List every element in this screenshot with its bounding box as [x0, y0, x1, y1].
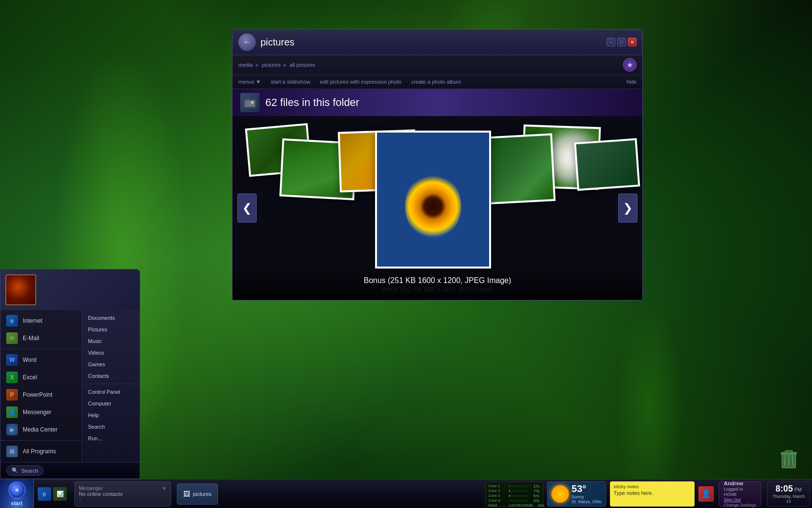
email-icon: ✉	[6, 332, 18, 344]
allprograms-icon: ⊞	[6, 446, 18, 457]
core2-pct: 7%	[530, 489, 540, 493]
core1-bar	[509, 485, 528, 487]
gallery-prev-button[interactable]: ❮	[237, 194, 257, 223]
clock-date: Thursday, March	[772, 494, 805, 499]
menu-right-contacts[interactable]: Contacts	[82, 370, 140, 382]
menu-right-computer[interactable]: Computer	[82, 398, 140, 409]
excel-icon: X	[6, 372, 18, 383]
weather-temp: 53°	[572, 483, 602, 494]
clock-day: 13	[786, 499, 791, 504]
ie-quicklaunch-icon[interactable]: e	[38, 487, 51, 501]
toolbar-album[interactable]: create a photo album	[411, 77, 461, 87]
recycle-bin-svg	[777, 447, 800, 470]
menu-right-documents[interactable]: Documents	[82, 312, 140, 324]
user-panel: 👤 Andrew Logged in HOME Sign Out Change …	[698, 479, 764, 508]
messenger-scroll[interactable]: ↓	[79, 497, 167, 502]
clock-ampm: PM	[795, 487, 802, 493]
start-button[interactable]: start	[0, 479, 34, 508]
start-menu-right: Documents Pictures Music Videos Games Co…	[82, 310, 140, 462]
start-menu-body: e Internet ✉ E-Mail W Word X	[0, 310, 140, 462]
messenger-status: No online contacts	[79, 491, 167, 497]
breadcrumb-sep1: ►	[255, 62, 260, 68]
caption-text: Bonus (251 KB 1600 x 1200, JPEG Image)	[261, 276, 613, 285]
weather-widget: 53° Sunny St. Marys, Ohio	[547, 481, 606, 507]
menu-item-allprograms[interactable]: ⊞ All Programs	[0, 443, 82, 460]
photo-frame-main[interactable]	[375, 131, 491, 269]
search-box[interactable]: 🔍 Search	[6, 465, 44, 476]
menu-right-games[interactable]: Games	[82, 359, 140, 370]
menu-divider-right-1	[82, 384, 140, 384]
recycle-bin-icon[interactable]	[775, 445, 802, 472]
breadcrumb-pictures[interactable]: pictures	[262, 62, 281, 68]
menu-right-search[interactable]: Search	[82, 421, 140, 433]
menu-item-powerpoint[interactable]: P PowerPoint	[0, 386, 82, 403]
menu-right-pictures[interactable]: Pictures	[82, 324, 140, 335]
weather-info: 53° Sunny St. Marys, Ohio	[572, 483, 602, 504]
menu-item-messenger[interactable]: 👤 Messenger	[0, 403, 82, 421]
sign-out-link[interactable]: Sign Out	[724, 497, 756, 502]
messenger-icon: 👤	[6, 406, 18, 418]
breadcrumb-all-pictures[interactable]: all pictures	[290, 62, 315, 68]
menu-item-word[interactable]: W Word	[0, 351, 82, 369]
photo-frame-7[interactable]	[574, 138, 640, 191]
taskbar-messenger-panel: Messenger ▼ No online contacts ↓	[74, 481, 171, 507]
info-icon	[240, 93, 260, 112]
weather-condition: Sunny	[572, 494, 602, 499]
app2-quicklaunch-icon[interactable]: 📊	[53, 487, 67, 501]
svg-rect-8	[15, 490, 17, 492]
core3-fill	[509, 495, 510, 497]
internet-icon: e	[6, 315, 18, 327]
menu-item-mediacenter[interactable]: ▶ Media Center	[0, 421, 82, 438]
core1-label: Core 1	[489, 484, 507, 488]
core3-pct: 5%	[530, 493, 540, 498]
sticky-notes-content[interactable]: Type notes here.	[614, 490, 691, 496]
toolbar-menus[interactable]: menus ▼	[238, 77, 261, 87]
menu-right-controlpanel[interactable]: Control Panel	[82, 386, 140, 398]
menu-item-excel[interactable]: X Excel	[0, 369, 82, 386]
core4-pct: 0%	[530, 498, 540, 503]
window-close-button[interactable]: ✕	[628, 38, 637, 46]
system-monitor: Core 1 1% Core 2 7% Core 3 5%	[485, 481, 543, 507]
messenger-expand[interactable]: ▼	[162, 486, 167, 491]
start-menu: e Internet ✉ E-Mail W Word X	[0, 269, 140, 479]
menu-right-run[interactable]: Run...	[82, 433, 140, 444]
toolbar-slideshow[interactable]: start a slideshow	[271, 77, 310, 87]
toolbar-edit[interactable]: edit pictures with expression photo	[320, 77, 402, 87]
window-toolbar: menus ▼ start a slideshow edit pictures …	[232, 75, 642, 89]
window-maximize-button[interactable]: □	[617, 38, 626, 46]
menu-item-internet[interactable]: e Internet	[0, 312, 82, 329]
star-button[interactable]: ★	[623, 58, 637, 72]
breadcrumb-media[interactable]: media	[238, 62, 253, 68]
menu-right-help[interactable]: Help	[82, 409, 140, 421]
ram-pct: 0%	[535, 503, 544, 508]
core2-fill	[509, 490, 510, 492]
window-minimize-button[interactable]: –	[607, 38, 615, 46]
sticky-notes-widget[interactable]: sticky notes Type notes here.	[610, 481, 695, 507]
core2-row: Core 2 7%	[489, 489, 540, 493]
window-breadcrumb: media ► pictures ► all pictures ★	[232, 55, 642, 75]
ram-row: RAM 1427/8192MB 0%	[489, 503, 540, 508]
window-back-button[interactable]: ←	[238, 33, 256, 51]
user-location: HOME	[724, 492, 756, 497]
menu-item-email[interactable]: ✉ E-Mail	[0, 329, 82, 347]
menu-right-music[interactable]: Music	[82, 335, 140, 347]
taskbar-pictures-button[interactable]: 🖼 pictures	[177, 483, 218, 505]
menu-right-videos[interactable]: Videos	[82, 347, 140, 359]
core1-row: Core 1 1%	[489, 484, 540, 489]
gallery-next-button[interactable]: ❯	[618, 194, 638, 223]
svg-rect-1	[245, 98, 250, 100]
toolbar-hide[interactable]: hide	[626, 79, 637, 85]
core3-label: Core 3	[489, 493, 507, 498]
menu-divider-2	[0, 440, 82, 441]
core1-pct: 1%	[530, 484, 540, 489]
user-logged-in: Logged in	[724, 487, 756, 492]
search-label: Search	[21, 468, 38, 474]
info-bar: 62 files in this folder	[232, 89, 642, 116]
core3-row: Core 3 5%	[489, 493, 540, 498]
core4-row: Core 4 0%	[489, 498, 540, 503]
sticky-notes-title: sticky notes	[614, 484, 691, 489]
change-settings-link[interactable]: Change Settings	[724, 503, 756, 508]
user-avatar	[5, 274, 36, 305]
svg-point-4	[251, 101, 254, 104]
taskbar-quick-launch: e 📊	[34, 479, 71, 508]
